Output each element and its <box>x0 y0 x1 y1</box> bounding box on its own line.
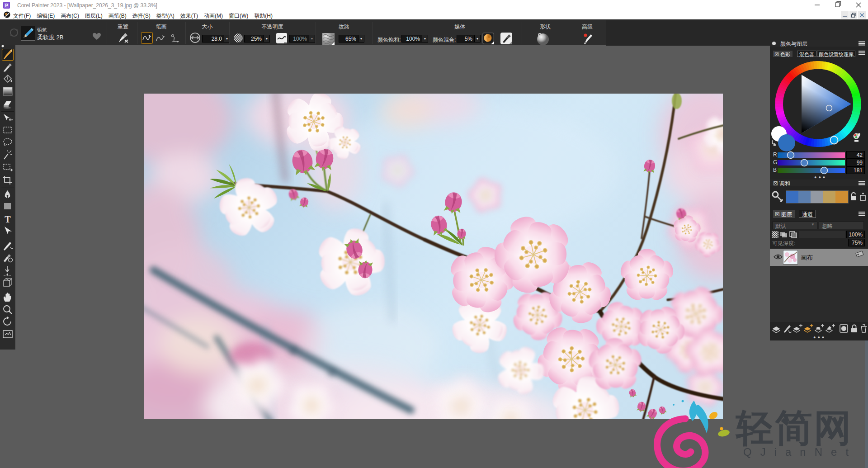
svg-text:T: T <box>5 214 11 224</box>
svg-text:P: P <box>5 3 8 8</box>
